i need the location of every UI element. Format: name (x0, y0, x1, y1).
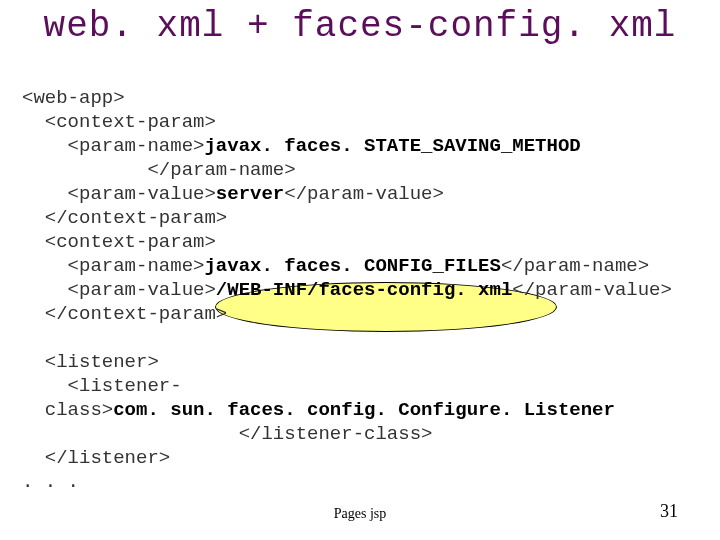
footer-label: Pages jsp (0, 506, 720, 522)
code-line: <context-param> (22, 111, 216, 133)
code-line: </param-value> (284, 183, 444, 205)
code-line: <listener> (22, 351, 159, 373)
code-line: </param-value> (512, 279, 672, 301)
code-line: <param-value> (22, 183, 216, 205)
code-line: </param-name> (22, 159, 296, 181)
code-bold: javax. faces. STATE_SAVING_METHOD (204, 135, 580, 157)
code-line: <param-value> (22, 279, 216, 301)
slide-title: web. xml + faces-config. xml (0, 6, 720, 47)
code-bold: javax. faces. CONFIG_FILES (204, 255, 500, 277)
code-line: <web-app> (22, 87, 125, 109)
code-line: <listener- (22, 375, 182, 397)
code-line: . . . (22, 471, 79, 493)
page-number: 31 (660, 501, 678, 522)
code-line: <param-name> (22, 135, 204, 157)
code-bold: /WEB-INF/faces-config. xml (216, 279, 512, 301)
code-bold: server (216, 183, 284, 205)
code-bold: com. sun. faces. config. Configure. List… (113, 399, 615, 421)
code-line: </listener> (22, 447, 170, 469)
code-line: </context-param> (22, 303, 227, 325)
code-block: <web-app> <context-param> <param-name>ja… (22, 86, 702, 494)
code-line: </context-param> (22, 207, 227, 229)
code-line: <context-param> (22, 231, 216, 253)
code-line: </param-name> (501, 255, 649, 277)
code-line: <param-name> (22, 255, 204, 277)
code-line: class> (22, 399, 113, 421)
code-line: </listener-class> (22, 423, 432, 445)
